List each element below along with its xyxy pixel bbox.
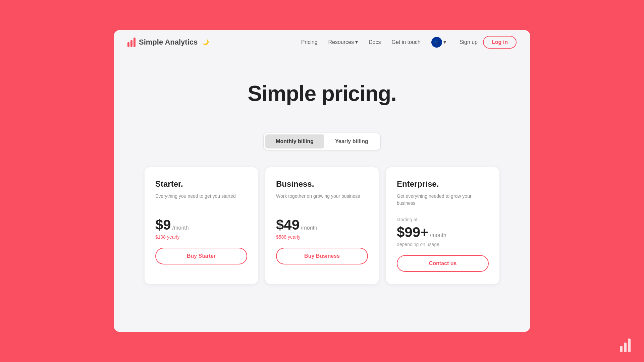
- enterprise-period: /month: [430, 232, 446, 238]
- navbar: Simple Analytics 🌙 Pricing Resources ▾ D…: [114, 30, 530, 54]
- starter-price: $9: [155, 217, 171, 233]
- business-title: Business.: [276, 179, 368, 189]
- contact-us-button[interactable]: Contact us: [397, 255, 489, 272]
- billing-toggle: Monthly billing Yearly billing: [114, 133, 530, 150]
- enterprise-card: Enterprise. Get everything needed to gro…: [386, 167, 500, 284]
- hero-section: Simple pricing.: [114, 54, 530, 119]
- logo-bar-1: [127, 42, 129, 47]
- business-card: Business. Work together on growing your …: [265, 167, 379, 284]
- buy-business-button[interactable]: Buy Business: [276, 248, 368, 264]
- nav-resources[interactable]: Resources ▾: [328, 39, 358, 45]
- starter-title: Starter.: [155, 179, 247, 189]
- enterprise-starting-at: starting at: [397, 217, 489, 222]
- bottom-bar-decoration: [620, 339, 631, 352]
- business-price-row: $49 /month: [276, 217, 368, 233]
- nav-pricing[interactable]: Pricing: [301, 39, 318, 45]
- deco-bar-3: [628, 339, 631, 352]
- starter-description: Everything you need to get you started: [155, 193, 247, 207]
- nav-get-in-touch[interactable]: Get in touch: [391, 39, 420, 45]
- logo[interactable]: Simple Analytics 🌙: [127, 38, 209, 47]
- login-button[interactable]: Log in: [483, 36, 517, 49]
- logo-bar-3: [133, 38, 136, 47]
- deco-bar-1: [620, 346, 623, 352]
- starter-price-row: $9 /month: [155, 217, 247, 233]
- monthly-billing-button[interactable]: Monthly billing: [265, 134, 324, 148]
- starter-card: Starter. Everything you need to get you …: [144, 167, 258, 284]
- enterprise-title: Enterprise.: [397, 179, 489, 189]
- yearly-billing-button[interactable]: Yearly billing: [324, 134, 379, 148]
- business-description: Work together on growing your business: [276, 193, 368, 207]
- buy-starter-button[interactable]: Buy Starter: [155, 248, 247, 264]
- enterprise-price-row: $99+ /month: [397, 224, 489, 240]
- chevron-down-icon: ▾: [355, 39, 358, 45]
- nav-eu-flag[interactable]: 🇪🇺 ▾: [431, 37, 446, 48]
- nav-links: Pricing Resources ▾ Docs Get in touch 🇪🇺…: [301, 37, 446, 48]
- nav-auth: Sign up Log in: [460, 36, 517, 49]
- logo-icon: [127, 38, 136, 47]
- business-yearly: $588 yearly: [276, 234, 368, 240]
- business-price: $49: [276, 217, 300, 233]
- toggle-container: Monthly billing Yearly billing: [263, 133, 381, 150]
- main-container: Simple Analytics 🌙 Pricing Resources ▾ D…: [114, 30, 530, 332]
- nav-docs[interactable]: Docs: [369, 39, 381, 45]
- logo-text: Simple Analytics: [139, 38, 198, 47]
- signup-link[interactable]: Sign up: [460, 39, 478, 45]
- deco-bar-2: [624, 343, 627, 352]
- business-period: /month: [301, 225, 317, 231]
- enterprise-price: $99+: [397, 224, 429, 240]
- logo-bar-2: [130, 40, 132, 47]
- hero-title: Simple pricing.: [127, 81, 517, 106]
- pricing-cards: Starter. Everything you need to get you …: [114, 167, 530, 304]
- starter-yearly: $108 yearly: [155, 234, 247, 240]
- starter-period: /month: [172, 225, 189, 231]
- chevron-down-icon-2: ▾: [443, 39, 446, 45]
- enterprise-description: Get everything needed to grow your busin…: [397, 193, 489, 207]
- moon-icon: 🌙: [202, 39, 209, 45]
- enterprise-depending: depending on usage: [397, 242, 489, 247]
- eu-flag-icon: 🇪🇺: [431, 37, 442, 48]
